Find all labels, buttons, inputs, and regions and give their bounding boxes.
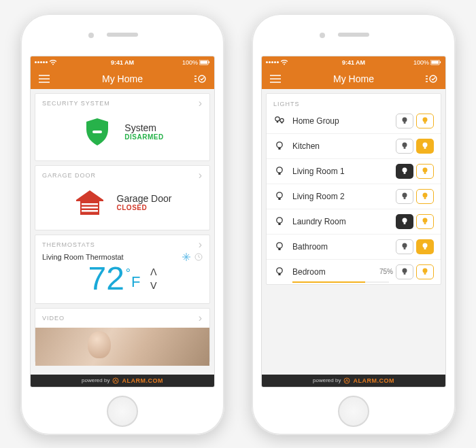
light-label: Bedroom: [292, 267, 375, 277]
svg-rect-18: [282, 122, 283, 123]
light-on-button[interactable]: [416, 239, 434, 254]
thermostat-device: Living Room Thermostat: [42, 253, 124, 261]
chevron-right-icon: ›: [199, 170, 203, 181]
lights-header: LIGHTS: [267, 97, 441, 109]
bulb-icon: [273, 241, 286, 252]
svg-rect-46: [424, 222, 426, 224]
svg-point-15: [275, 116, 279, 120]
chevron-right-icon: ›: [199, 313, 203, 324]
svg-point-55: [403, 268, 407, 273]
degree-icon: °: [126, 266, 131, 281]
svg-rect-32: [404, 172, 406, 174]
light-label: Home Group: [292, 116, 393, 126]
light-row: Living Room 1: [267, 158, 441, 184]
svg-point-33: [423, 167, 428, 172]
svg-point-19: [403, 117, 407, 122]
content-left: SECURITY SYSTEM › System DISARMED G: [31, 89, 214, 375]
footer-brand: ALARM.COM: [122, 377, 163, 384]
bulb-icon: [273, 191, 286, 202]
light-row: Home Group: [267, 109, 441, 133]
nav-bar: My Home: [262, 69, 445, 89]
dimmer-slider[interactable]: [292, 281, 389, 283]
light-off-button[interactable]: [396, 164, 413, 179]
battery-icon: [199, 60, 210, 65]
lights-card: LIGHTS Home GroupKitchenLiving Room 1Liv…: [266, 93, 441, 285]
light-off-button[interactable]: [396, 114, 413, 128]
light-label: Kitchen: [292, 141, 393, 151]
schedule-icon: [194, 253, 203, 261]
video-card[interactable]: VIDEO ›: [35, 308, 210, 362]
svg-point-49: [403, 243, 407, 247]
svg-point-57: [423, 268, 428, 273]
video-thumbnail: [35, 328, 209, 366]
page-title: My Home: [333, 73, 374, 84]
security-card[interactable]: SECURITY SYSTEM › System DISARMED: [35, 93, 210, 161]
svg-rect-56: [404, 273, 406, 275]
svg-rect-34: [424, 172, 426, 174]
svg-point-53: [277, 267, 282, 273]
security-label: System: [124, 122, 163, 133]
svg-rect-50: [404, 247, 406, 249]
wifi-icon: [50, 60, 56, 65]
temp-up-button[interactable]: ᐱ: [150, 266, 157, 277]
menu-icon[interactable]: [269, 72, 282, 86]
bulb-icon: [273, 116, 286, 126]
brand-icon: [343, 377, 350, 384]
phone-left: 9:41 AM 100% My Home SECURITY SYSTEM ›: [20, 14, 224, 435]
light-on-button[interactable]: [416, 214, 434, 229]
svg-rect-44: [404, 222, 406, 224]
screen-left: 9:41 AM 100% My Home SECURITY SYSTEM ›: [30, 56, 215, 387]
light-on-button[interactable]: [416, 189, 434, 204]
light-label: Living Room 1: [292, 167, 393, 176]
light-off-button[interactable]: [396, 214, 413, 229]
svg-rect-24: [278, 148, 280, 150]
status-bar: 9:41 AM 100%: [31, 56, 214, 69]
svg-rect-40: [424, 197, 426, 199]
light-row: Living Room 2: [267, 184, 441, 209]
svg-rect-12: [431, 61, 439, 63]
footer-powered: powered by: [82, 377, 109, 383]
thermostat-unit: F: [131, 273, 140, 291]
page-title: My Home: [102, 73, 143, 84]
svg-point-3: [199, 75, 205, 82]
svg-rect-42: [278, 223, 280, 225]
svg-point-14: [430, 75, 437, 82]
chevron-right-icon: ›: [199, 98, 203, 109]
light-level: 75%: [379, 268, 393, 275]
light-on-button[interactable]: [416, 164, 434, 179]
thermostat-card[interactable]: THERMOSTATS › Living Room Thermostat 72 …: [35, 235, 210, 304]
temp-down-button[interactable]: ᐯ: [150, 280, 157, 291]
light-label: Laundry Room: [292, 217, 393, 226]
video-header: VIDEO: [42, 315, 65, 322]
svg-point-37: [403, 192, 407, 197]
light-off-button[interactable]: [396, 139, 413, 154]
scenes-icon[interactable]: [194, 72, 207, 86]
svg-point-23: [277, 141, 282, 147]
scenes-icon[interactable]: [425, 72, 439, 86]
svg-point-17: [280, 118, 284, 122]
bulb-icon: [273, 141, 286, 152]
light-off-button[interactable]: [396, 239, 413, 254]
svg-rect-26: [404, 147, 406, 149]
home-button[interactable]: [338, 396, 369, 427]
garage-card[interactable]: GARAGE DOOR › Garage Door CLOSED: [35, 165, 210, 230]
security-header: SECURITY SYSTEM: [42, 100, 110, 107]
light-off-button[interactable]: [396, 264, 413, 279]
svg-rect-4: [92, 131, 102, 133]
home-button[interactable]: [107, 396, 138, 427]
svg-rect-54: [278, 273, 280, 275]
light-on-button[interactable]: [416, 264, 434, 279]
svg-rect-36: [278, 198, 280, 200]
thermostat-header: THERMOSTATS: [42, 241, 95, 248]
security-state: DISARMED: [124, 133, 163, 141]
svg-point-27: [423, 142, 428, 147]
svg-rect-52: [424, 247, 426, 249]
svg-point-51: [423, 243, 428, 247]
svg-rect-8: [82, 210, 98, 212]
menu-icon[interactable]: [37, 72, 51, 86]
light-off-button[interactable]: [396, 189, 413, 204]
light-on-button[interactable]: [416, 139, 434, 154]
light-on-button[interactable]: [416, 114, 434, 128]
svg-point-45: [423, 218, 428, 222]
shield-icon: [81, 116, 114, 148]
